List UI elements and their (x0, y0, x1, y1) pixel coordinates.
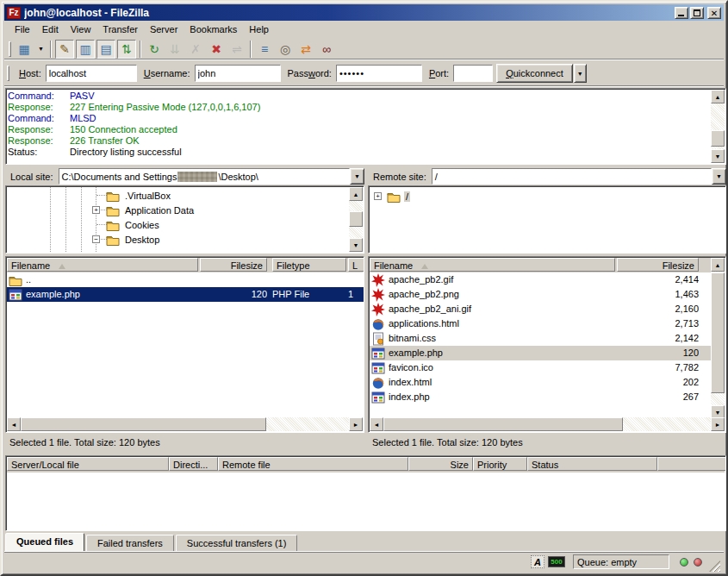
quickconnect-button[interactable]: Quickconnect (496, 64, 573, 83)
file-row-example.php[interactable]: example.php120PHP File1 (7, 287, 364, 302)
directory-listing-filters-button[interactable]: ≡ (255, 40, 274, 59)
queue-column-server-local-file[interactable]: Server/Local file (7, 457, 169, 471)
column-header-filesize[interactable]: Filesize (200, 258, 267, 272)
host-input[interactable] (46, 65, 137, 82)
remote-site-dropdown-button[interactable]: ▼ (712, 168, 726, 185)
queue-column-status[interactable]: Status (527, 457, 657, 471)
scroll-up-icon[interactable]: ▲ (711, 258, 725, 272)
toggle-remote-tree-button[interactable]: ▤ (96, 40, 115, 59)
column-header-filetype[interactable]: Filetype (272, 258, 346, 272)
menu-help[interactable]: Help (243, 22, 275, 36)
tab-queued-files[interactable]: Queued files (5, 533, 84, 551)
file-row-apache-pb2-ani.gif[interactable]: apache_pb2_ani.gif2,160 (370, 302, 712, 316)
scroll-up-icon[interactable]: ▲ (711, 90, 725, 103)
log-scrollbar[interactable]: ▲ ▼ (711, 90, 725, 163)
toggle-transfer-queue-button[interactable]: ⇅ (117, 40, 136, 59)
menu-file[interactable]: File (9, 22, 36, 36)
file-row-bitnami.css[interactable]: bitnami.css2,142 (370, 331, 712, 346)
local-list-hscrollbar[interactable]: ◄ ► (7, 417, 363, 431)
process-queue-button[interactable]: ⇊ (165, 40, 184, 59)
remote-tree-item-root[interactable]: / (387, 189, 709, 203)
column-header-filesize[interactable]: Filesize (617, 258, 699, 272)
remote-list-hscrollbar[interactable]: ◄ ► (370, 417, 725, 431)
menu-bookmarks[interactable]: Bookmarks (184, 22, 243, 36)
local-tree-item-application-data[interactable]: Application Data (106, 203, 333, 217)
menu-view[interactable]: View (65, 22, 97, 36)
scroll-down-icon[interactable]: ▼ (349, 238, 363, 252)
tab-failed-transfers[interactable]: Failed transfers (86, 535, 174, 551)
local-tree-scrollbar-thumb[interactable] (349, 211, 363, 227)
expand-icon[interactable]: + (374, 192, 382, 200)
quickconnect-grip[interactable] (7, 66, 9, 81)
toolbar-grip[interactable] (9, 41, 11, 57)
titlebar[interactable]: Fz john@localhost - FileZilla ✕ (4, 4, 724, 21)
column-header-filename[interactable]: Filename (370, 258, 615, 272)
close-button[interactable]: ✕ (707, 7, 721, 19)
file-row-example.php[interactable]: example.php120 (370, 346, 712, 360)
site-manager-button[interactable]: ▦ (15, 40, 34, 59)
scroll-right-icon[interactable]: ► (349, 417, 363, 431)
scroll-up-icon[interactable]: ▲ (349, 187, 363, 201)
file-name: example.php (26, 287, 80, 302)
site-manager-dropdown-button[interactable]: ▼ (35, 40, 47, 59)
scroll-left-icon[interactable]: ◄ (370, 417, 383, 431)
local-tree-item-cookies[interactable]: Cookies (106, 217, 333, 232)
file-row-apache-pb2.gif[interactable]: apache_pb2.gif2,414 (370, 272, 712, 287)
maximize-button[interactable] (690, 7, 704, 19)
scroll-left-icon[interactable]: ◄ (7, 417, 21, 431)
transfer-type-icon[interactable]: A (530, 555, 545, 569)
html-icon (371, 376, 385, 390)
scroll-down-icon[interactable]: ▼ (711, 149, 725, 163)
file-row-..[interactable]: .. (7, 272, 364, 287)
file-row-index.html[interactable]: index.html202 (370, 375, 712, 390)
column-header-l[interactable]: L (348, 258, 364, 272)
queue-column-blank[interactable] (657, 457, 726, 471)
file-row-apache-pb2.png[interactable]: apache_pb2.png1,463 (370, 287, 712, 302)
local-tree-item-desktop[interactable]: Desktop (106, 232, 333, 247)
queue-column-size[interactable]: Size (408, 457, 473, 471)
collapse-icon[interactable]: − (92, 235, 100, 243)
disconnect-icon: ✖ (211, 42, 221, 56)
queue-column-directi-[interactable]: Directi... (169, 457, 218, 471)
remote-list-scrollbar[interactable]: ▲ ▼ (711, 258, 725, 419)
toggle-local-tree-button[interactable]: ▥ (76, 40, 95, 59)
minimize-button[interactable] (675, 7, 688, 19)
remote-hscrollbar-thumb[interactable] (383, 417, 623, 431)
tab-successful-transfers-1-[interactable]: Successful transfers (1) (176, 535, 298, 551)
menu-edit[interactable]: Edit (36, 22, 65, 36)
column-header-filename[interactable]: Filename (7, 258, 198, 272)
search-files-button[interactable]: ∞ (317, 40, 336, 59)
username-input[interactable] (195, 65, 281, 82)
log-line-text: MLSD (70, 113, 96, 124)
file-row-index.php[interactable]: index.php267 (370, 390, 712, 404)
queue-column-remote-file[interactable]: Remote file (218, 457, 408, 471)
quickconnect-dropdown-button[interactable]: ▼ (574, 64, 587, 83)
port-input[interactable] (453, 65, 493, 82)
cancel-operation-button[interactable]: ✗ (186, 40, 205, 59)
log-scrollbar-thumb[interactable] (711, 130, 725, 147)
speed-limit-icon[interactable]: 500 (549, 555, 564, 569)
refresh-button[interactable]: ↻ (145, 40, 164, 59)
local-hscrollbar-thumb[interactable] (21, 417, 266, 431)
compare-directories-button[interactable]: ◎ (276, 40, 295, 59)
synchronized-browsing-button[interactable]: ⇄ (296, 40, 315, 59)
menu-transfer[interactable]: Transfer (96, 22, 144, 36)
menu-server[interactable]: Server (144, 22, 184, 36)
resize-grip[interactable] (709, 560, 720, 572)
file-row-favicon.ico[interactable]: favicon.ico7,782 (370, 360, 712, 375)
local-tree-item--virtualbox[interactable]: .VirtualBox (106, 188, 333, 203)
password-input[interactable] (336, 65, 422, 82)
scroll-right-icon[interactable]: ► (711, 417, 725, 431)
file-row-applications.html[interactable]: applications.html2,713 (370, 316, 712, 331)
toggle-message-log-button[interactable]: ✎ (55, 40, 74, 59)
queue-column-priority[interactable]: Priority (473, 457, 527, 471)
remote-site-combo[interactable]: / (432, 168, 712, 185)
disconnect-button[interactable]: ✖ (207, 40, 226, 59)
local-tree-scrollbar[interactable]: ▲ ▼ (349, 187, 363, 252)
reconnect-button[interactable]: ⇌ (227, 40, 246, 59)
remote-scrollbar-thumb[interactable] (711, 272, 725, 393)
expand-icon[interactable]: + (92, 206, 100, 214)
local-site-dropdown-button[interactable]: ▼ (350, 168, 364, 185)
local-site-combo[interactable]: C:\Documents and Settings\Desktop\ (59, 168, 350, 185)
php-icon (9, 288, 22, 302)
